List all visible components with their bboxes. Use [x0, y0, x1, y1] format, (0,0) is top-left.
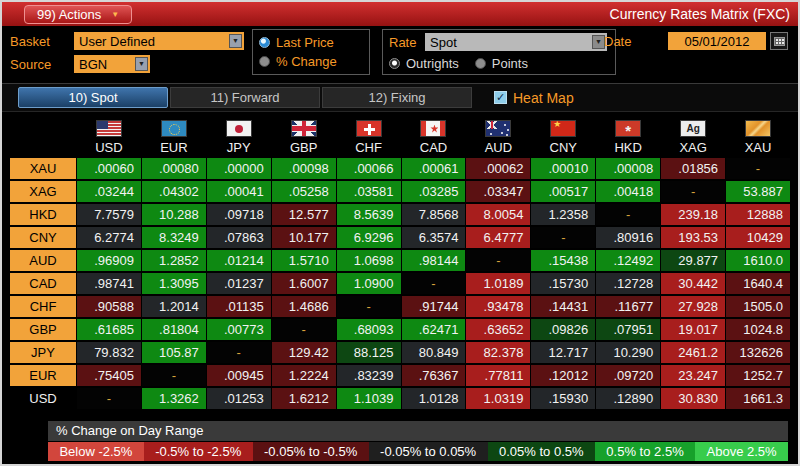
matrix-cell-xau-aud[interactable]: .00062 — [466, 158, 530, 179]
matrix-cell-hkd-gbp[interactable]: 12.577 — [272, 204, 336, 225]
matrix-cell-eur-eur[interactable]: - — [142, 365, 206, 386]
matrix-cell-cny-eur[interactable]: 8.3249 — [142, 227, 206, 248]
matrix-cell-cad-chf[interactable]: 1.0900 — [337, 273, 401, 294]
row-label-cad[interactable]: CAD — [10, 273, 76, 294]
matrix-cell-aud-aud[interactable]: - — [466, 250, 530, 271]
matrix-cell-xag-aud[interactable]: .03347 — [466, 181, 530, 202]
matrix-cell-cad-gbp[interactable]: 1.6007 — [272, 273, 336, 294]
rate-mode-option-outrights[interactable]: Outrights — [389, 54, 459, 73]
matrix-cell-eur-jpy[interactable]: .00945 — [207, 365, 271, 386]
matrix-cell-eur-chf[interactable]: .83239 — [337, 365, 401, 386]
matrix-cell-chf-hkd[interactable]: .11677 — [596, 296, 660, 317]
matrix-cell-cny-cny[interactable]: - — [531, 227, 595, 248]
matrix-cell-cny-cad[interactable]: 6.3574 — [402, 227, 466, 248]
column-header-hkd[interactable]: HKD — [596, 140, 660, 156]
matrix-cell-cny-chf[interactable]: 6.9296 — [337, 227, 401, 248]
matrix-cell-cad-cad[interactable]: - — [402, 273, 466, 294]
matrix-cell-xag-eur[interactable]: .04302 — [142, 181, 206, 202]
matrix-cell-usd-jpy[interactable]: .01253 — [207, 388, 271, 409]
matrix-cell-gbp-usd[interactable]: .61685 — [77, 319, 141, 340]
matrix-cell-aud-usd[interactable]: .96909 — [77, 250, 141, 271]
matrix-cell-usd-gbp[interactable]: 1.6212 — [272, 388, 336, 409]
column-header-xau[interactable]: XAU — [726, 140, 790, 156]
matrix-cell-jpy-hkd[interactable]: 10.290 — [596, 342, 660, 363]
matrix-cell-xau-chf[interactable]: .00066 — [337, 158, 401, 179]
matrix-cell-xag-gbp[interactable]: .05258 — [272, 181, 336, 202]
matrix-cell-jpy-xau[interactable]: 132626 — [726, 342, 790, 363]
matrix-cell-gbp-aud[interactable]: .63652 — [466, 319, 530, 340]
matrix-cell-hkd-cny[interactable]: 1.2358 — [531, 204, 595, 225]
matrix-cell-aud-jpy[interactable]: .01214 — [207, 250, 271, 271]
matrix-cell-cad-jpy[interactable]: .01237 — [207, 273, 271, 294]
column-header-cad[interactable]: CAD — [402, 140, 466, 156]
row-label-gbp[interactable]: GBP — [10, 319, 76, 340]
matrix-cell-hkd-chf[interactable]: 8.5639 — [337, 204, 401, 225]
row-label-xag[interactable]: XAG — [10, 181, 76, 202]
matrix-cell-eur-gbp[interactable]: 1.2224 — [272, 365, 336, 386]
matrix-cell-xag-cny[interactable]: .00517 — [531, 181, 595, 202]
matrix-cell-cny-usd[interactable]: 6.2774 — [77, 227, 141, 248]
matrix-cell-chf-xau[interactable]: 1505.0 — [726, 296, 790, 317]
matrix-cell-jpy-chf[interactable]: 88.125 — [337, 342, 401, 363]
price-mode-option-last-price[interactable]: Last Price — [259, 33, 337, 52]
tab-spot[interactable]: 10) Spot — [18, 87, 168, 108]
matrix-cell-xag-xag[interactable]: - — [661, 181, 725, 202]
matrix-cell-usd-cad[interactable]: 1.0128 — [402, 388, 466, 409]
matrix-cell-xag-hkd[interactable]: .00418 — [596, 181, 660, 202]
calendar-icon[interactable] — [770, 32, 788, 50]
matrix-cell-xau-cad[interactable]: .00061 — [402, 158, 466, 179]
matrix-cell-chf-aud[interactable]: .93478 — [466, 296, 530, 317]
row-label-chf[interactable]: CHF — [10, 296, 76, 317]
matrix-cell-xag-cad[interactable]: .03285 — [402, 181, 466, 202]
matrix-cell-cny-gbp[interactable]: 10.177 — [272, 227, 336, 248]
matrix-cell-hkd-xag[interactable]: 239.18 — [661, 204, 725, 225]
matrix-cell-cny-aud[interactable]: 6.4777 — [466, 227, 530, 248]
matrix-cell-aud-eur[interactable]: 1.2852 — [142, 250, 206, 271]
matrix-cell-eur-usd[interactable]: .75405 — [77, 365, 141, 386]
matrix-cell-usd-xau[interactable]: 1661.3 — [726, 388, 790, 409]
matrix-cell-hkd-xau[interactable]: 12888 — [726, 204, 790, 225]
row-label-eur[interactable]: EUR — [10, 365, 76, 386]
matrix-cell-usd-cny[interactable]: .15930 — [531, 388, 595, 409]
matrix-cell-gbp-hkd[interactable]: .07951 — [596, 319, 660, 340]
matrix-cell-cny-xag[interactable]: 193.53 — [661, 227, 725, 248]
matrix-cell-cad-xag[interactable]: 30.442 — [661, 273, 725, 294]
matrix-cell-hkd-eur[interactable]: 10.288 — [142, 204, 206, 225]
actions-button[interactable]: 99) Actions ▼ — [24, 5, 132, 24]
matrix-cell-gbp-cny[interactable]: .09826 — [531, 319, 595, 340]
matrix-cell-jpy-xag[interactable]: 2461.2 — [661, 342, 725, 363]
matrix-cell-jpy-jpy[interactable]: - — [207, 342, 271, 363]
row-label-usd[interactable]: USD — [10, 388, 76, 409]
matrix-cell-cad-hkd[interactable]: .12728 — [596, 273, 660, 294]
matrix-cell-chf-usd[interactable]: .90588 — [77, 296, 141, 317]
matrix-cell-eur-hkd[interactable]: .09720 — [596, 365, 660, 386]
matrix-cell-xau-jpy[interactable]: .00000 — [207, 158, 271, 179]
dropdown-arrow-icon[interactable]: ▼ — [135, 57, 148, 71]
matrix-cell-cad-usd[interactable]: .98741 — [77, 273, 141, 294]
matrix-cell-cad-cny[interactable]: .15730 — [531, 273, 595, 294]
matrix-cell-usd-aud[interactable]: 1.0319 — [466, 388, 530, 409]
column-header-aud[interactable]: AUD — [466, 140, 530, 156]
matrix-cell-xau-xag[interactable]: .01856 — [661, 158, 725, 179]
row-label-aud[interactable]: AUD — [10, 250, 76, 271]
matrix-cell-eur-aud[interactable]: .77811 — [466, 365, 530, 386]
row-label-hkd[interactable]: HKD — [10, 204, 76, 225]
matrix-cell-xag-usd[interactable]: .03244 — [77, 181, 141, 202]
date-field[interactable]: 05/01/2012 — [668, 32, 766, 50]
matrix-cell-xag-chf[interactable]: .03581 — [337, 181, 401, 202]
matrix-cell-jpy-aud[interactable]: 82.378 — [466, 342, 530, 363]
matrix-cell-jpy-gbp[interactable]: 129.42 — [272, 342, 336, 363]
matrix-cell-cad-xau[interactable]: 1640.4 — [726, 273, 790, 294]
matrix-cell-xau-hkd[interactable]: .00008 — [596, 158, 660, 179]
matrix-cell-hkd-aud[interactable]: 8.0054 — [466, 204, 530, 225]
matrix-cell-eur-xag[interactable]: 23.247 — [661, 365, 725, 386]
matrix-cell-chf-gbp[interactable]: 1.4686 — [272, 296, 336, 317]
matrix-cell-xau-eur[interactable]: .00080 — [142, 158, 206, 179]
column-header-eur[interactable]: EUR — [142, 140, 206, 156]
matrix-cell-jpy-usd[interactable]: 79.832 — [77, 342, 141, 363]
matrix-cell-xag-jpy[interactable]: .00041 — [207, 181, 271, 202]
matrix-cell-jpy-eur[interactable]: 105.87 — [142, 342, 206, 363]
matrix-cell-gbp-chf[interactable]: .68093 — [337, 319, 401, 340]
row-label-cny[interactable]: CNY — [10, 227, 76, 248]
matrix-cell-xau-usd[interactable]: .00060 — [77, 158, 141, 179]
